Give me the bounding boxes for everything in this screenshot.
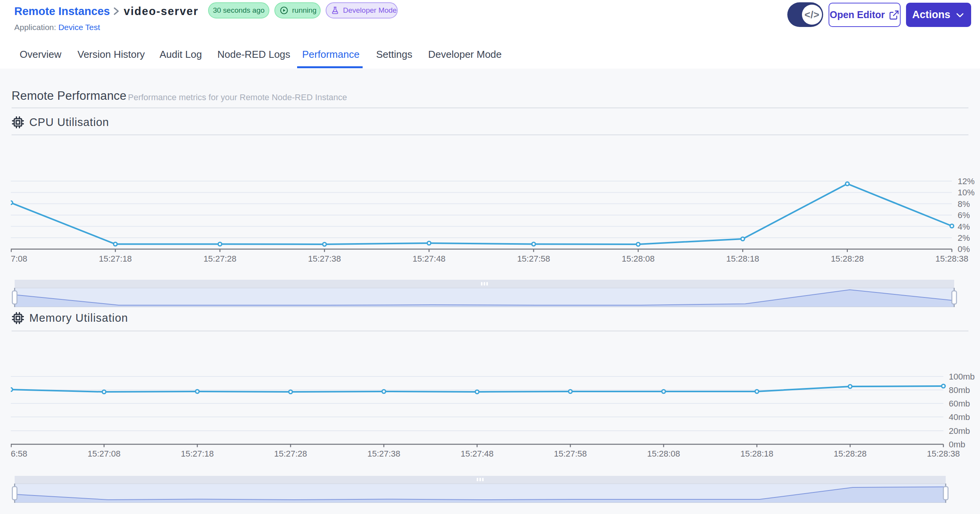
svg-text:0mb: 0mb [949, 440, 965, 449]
svg-text:15:26:58: 15:26:58 [11, 449, 27, 459]
svg-text:20mb: 20mb [949, 426, 970, 436]
svg-text:6%: 6% [958, 210, 970, 220]
svg-text:15:28:28: 15:28:28 [831, 254, 864, 264]
svg-text:15:27:48: 15:27:48 [412, 254, 445, 264]
svg-text:15:27:58: 15:27:58 [554, 449, 587, 459]
svg-text:15:27:08: 15:27:08 [11, 254, 27, 264]
svg-text:15:27:48: 15:27:48 [461, 449, 494, 459]
svg-text:15:28:08: 15:28:08 [647, 449, 680, 459]
svg-text:15:27:08: 15:27:08 [87, 449, 121, 459]
svg-text:10%: 10% [958, 188, 975, 197]
svg-text:15:27:58: 15:27:58 [517, 254, 550, 264]
svg-text:4%: 4% [958, 222, 970, 232]
svg-text:40mb: 40mb [949, 412, 970, 422]
svg-text:15:27:28: 15:27:28 [203, 254, 237, 264]
svg-text:12%: 12% [958, 176, 975, 186]
svg-text:15:28:18: 15:28:18 [740, 449, 773, 459]
svg-text:15:28:28: 15:28:28 [834, 449, 867, 459]
svg-text:15:27:28: 15:27:28 [274, 449, 307, 459]
svg-text:0%: 0% [958, 244, 970, 254]
svg-text:15:27:38: 15:27:38 [308, 254, 341, 264]
svg-text:15:27:38: 15:27:38 [367, 449, 400, 459]
svg-text:15:28:18: 15:28:18 [726, 254, 759, 264]
svg-text:100mb: 100mb [949, 372, 975, 381]
svg-text:80mb: 80mb [949, 385, 970, 395]
svg-text:15:28:08: 15:28:08 [622, 254, 655, 264]
svg-text:60mb: 60mb [949, 399, 970, 408]
svg-text:2%: 2% [958, 233, 970, 243]
svg-text:15:27:18: 15:27:18 [99, 254, 132, 264]
svg-text:15:28:38: 15:28:38 [935, 254, 968, 264]
svg-text:8%: 8% [958, 199, 970, 209]
svg-text:15:27:18: 15:27:18 [181, 449, 214, 459]
svg-text:15:28:38: 15:28:38 [927, 449, 960, 459]
